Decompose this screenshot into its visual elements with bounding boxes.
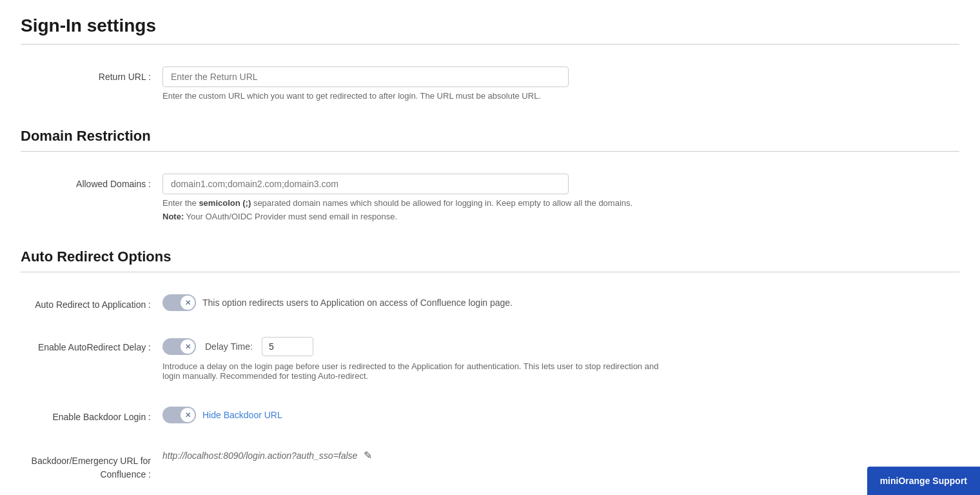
toggle-x-icon: ✕ xyxy=(185,299,191,307)
backdoor-login-toggle[interactable]: ✕ xyxy=(162,407,196,423)
backdoor-toggle-x-icon: ✕ xyxy=(185,411,191,419)
auto-redirect-divider xyxy=(21,272,959,272)
allowed-domains-note: Note: Your OAuth/OIDC Provider must send… xyxy=(162,212,665,221)
delay-toggle-x-icon: ✕ xyxy=(185,343,191,351)
allowed-domains-content: Enter the semicolon (;) separated domain… xyxy=(162,174,959,221)
backdoor-login-toggle-container: ✕ Hide Backdoor URL xyxy=(162,407,959,423)
return-url-input[interactable] xyxy=(162,66,569,87)
domain-restriction-divider xyxy=(21,151,959,152)
title-divider xyxy=(21,44,959,45)
auto-redirect-app-label: Auto Redirect to Application : xyxy=(21,294,162,310)
toggle-track: ✕ xyxy=(162,294,196,311)
backdoor-url-label: Backdoor/Emergency URL for Confluence : xyxy=(21,449,162,481)
note-bold: Note: xyxy=(162,212,184,221)
delay-toggle-track: ✕ xyxy=(162,338,196,355)
auto-redirect-app-description: This option redirects users to Applicati… xyxy=(202,298,513,308)
return-url-section: Return URL : Enter the custom URL which … xyxy=(21,60,959,107)
return-url-content: Enter the custom URL which you want to g… xyxy=(162,66,959,101)
page-title: Sign-In settings xyxy=(21,15,959,36)
auto-redirect-app-toggle-container: ✕ This option redirects users to Applica… xyxy=(162,294,959,311)
allowed-domains-helper: Enter the semicolon (;) separated domain… xyxy=(162,198,665,208)
miniorange-support-button[interactable]: miniOrange Support xyxy=(867,467,980,495)
allowed-domains-form-group: Allowed Domains : Enter the semicolon (;… xyxy=(21,167,959,228)
backdoor-toggle-thumb: ✕ xyxy=(181,408,195,422)
backdoor-login-form-group: Enable Backdoor Login : ✕ Hide Backdoor … xyxy=(21,400,959,430)
backdoor-login-content: ✕ Hide Backdoor URL xyxy=(162,407,959,423)
backdoor-url-content: http://localhost:8090/login.action?auth_… xyxy=(162,449,959,461)
auto-redirect-app-toggle[interactable]: ✕ xyxy=(162,294,196,311)
auto-redirect-section: Auto Redirect Options Auto Redirect to A… xyxy=(21,248,959,488)
semicolon-bold: semicolon (;) xyxy=(199,198,251,208)
toggle-thumb: ✕ xyxy=(181,296,195,310)
edit-icon[interactable]: ✎ xyxy=(364,449,372,461)
auto-redirect-delay-form-group: Enable AutoRedirect Delay : ✕ Delay Time… xyxy=(21,330,959,387)
domain-restriction-title: Domain Restriction xyxy=(21,128,959,145)
auto-redirect-delay-content: ✕ Delay Time: Introduce a delay on the l… xyxy=(162,337,959,381)
allowed-domains-input[interactable] xyxy=(162,174,569,194)
auto-redirect-delay-toggle[interactable]: ✕ xyxy=(162,338,196,355)
allowed-domains-label: Allowed Domains : xyxy=(21,174,162,189)
backdoor-url-form-group: Backdoor/Emergency URL for Confluence : … xyxy=(21,443,959,488)
delay-group: ✕ Delay Time: xyxy=(162,337,959,356)
hide-backdoor-url-link[interactable]: Hide Backdoor URL xyxy=(202,410,282,420)
return-url-form-group: Return URL : Enter the custom URL which … xyxy=(21,60,959,107)
domain-restriction-section: Domain Restriction Allowed Domains : Ent… xyxy=(21,128,959,228)
return-url-helper: Enter the custom URL which you want to g… xyxy=(162,91,665,101)
backdoor-login-label: Enable Backdoor Login : xyxy=(21,407,162,422)
auto-redirect-title: Auto Redirect Options xyxy=(21,248,959,265)
return-url-label: Return URL : xyxy=(21,66,162,82)
auto-redirect-app-form-group: Auto Redirect to Application : ✕ This op… xyxy=(21,288,959,318)
backdoor-url-group: http://localhost:8090/login.action?auth_… xyxy=(162,449,959,461)
auto-redirect-delay-label: Enable AutoRedirect Delay : xyxy=(21,337,162,352)
delay-time-input[interactable] xyxy=(262,337,313,356)
delay-time-label: Delay Time: xyxy=(205,341,253,352)
delay-toggle-thumb: ✕ xyxy=(181,339,195,354)
backdoor-toggle-track: ✕ xyxy=(162,407,196,423)
auto-redirect-app-content: ✕ This option redirects users to Applica… xyxy=(162,294,959,311)
delay-helper: Introduce a delay on the login page befo… xyxy=(162,361,665,381)
backdoor-url-text: http://localhost:8090/login.action?auth_… xyxy=(162,450,357,461)
